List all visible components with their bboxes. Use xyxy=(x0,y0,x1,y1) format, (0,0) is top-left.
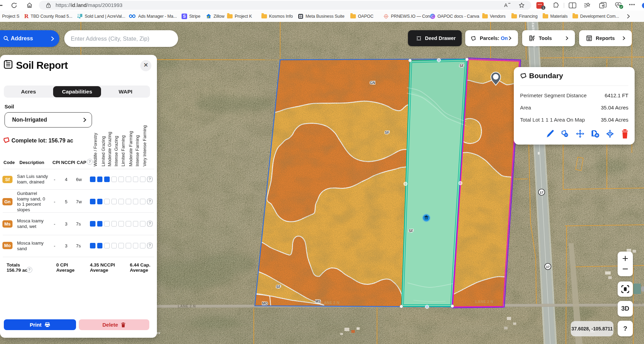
svg-text:C: C xyxy=(432,14,434,18)
svg-text:MO: MO xyxy=(262,302,268,305)
svg-text:NE 2 N: NE 2 N xyxy=(634,301,644,305)
svg-text:SF: SF xyxy=(276,285,281,289)
svg-text:LANE 2 N: LANE 2 N xyxy=(178,304,196,308)
svg-text:SF: SF xyxy=(460,64,464,68)
svg-text:A: A xyxy=(504,2,508,8)
svg-text:17: 17 xyxy=(546,265,550,269)
svg-text:MS: MS xyxy=(316,300,321,303)
svg-text:LANE 2 N: LANE 2 N xyxy=(321,301,340,305)
svg-text:GN: GN xyxy=(370,81,375,85)
svg-text:LANE 2 N: LANE 2 N xyxy=(475,300,493,304)
svg-text:SF: SF xyxy=(409,229,413,233)
svg-text:17: 17 xyxy=(540,190,544,194)
svg-text:SF: SF xyxy=(385,131,390,134)
